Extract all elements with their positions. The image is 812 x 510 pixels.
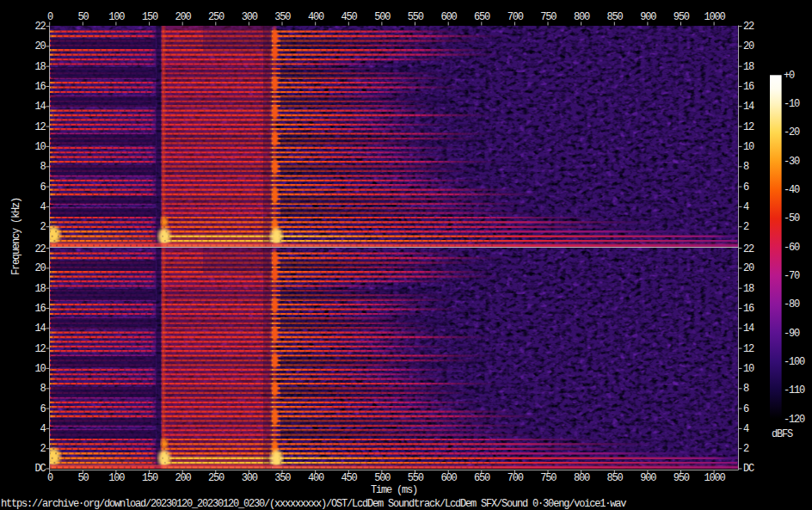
svg-text:-60: -60 [784, 242, 800, 254]
svg-text:22: 22 [34, 243, 46, 255]
svg-text:450: 450 [341, 11, 358, 23]
svg-text:10: 10 [34, 363, 46, 375]
svg-text:400: 400 [308, 11, 324, 23]
svg-text:850: 850 [607, 11, 624, 23]
svg-text:10: 10 [743, 363, 754, 375]
svg-text:16: 16 [743, 303, 754, 315]
svg-text:1000: 1000 [704, 11, 725, 23]
svg-text:2: 2 [40, 443, 46, 455]
svg-text:-90: -90 [784, 328, 800, 340]
svg-text:+0: +0 [784, 70, 795, 82]
svg-text:800: 800 [574, 472, 590, 484]
svg-text:-70: -70 [784, 270, 800, 282]
svg-text:500: 500 [374, 11, 391, 23]
svg-text:750: 750 [540, 472, 557, 484]
svg-text:20: 20 [34, 262, 46, 274]
svg-text:18: 18 [34, 61, 46, 73]
svg-text:6: 6 [743, 181, 749, 194]
svg-text:Frequency (kHz): Frequency (kHz) [10, 198, 22, 275]
svg-text:2: 2 [40, 221, 46, 233]
svg-text:0: 0 [47, 472, 53, 484]
svg-text:6: 6 [40, 403, 46, 415]
svg-text:700: 700 [508, 472, 524, 484]
svg-text:14: 14 [743, 101, 754, 113]
svg-text:200: 200 [175, 11, 191, 23]
svg-text:DC: DC [743, 463, 754, 475]
svg-text:8: 8 [743, 383, 749, 395]
svg-text:16: 16 [743, 81, 754, 93]
svg-text:8: 8 [40, 161, 46, 173]
svg-text:4: 4 [40, 201, 46, 213]
svg-text:14: 14 [34, 323, 46, 335]
svg-text:800: 800 [574, 11, 590, 23]
svg-text:750: 750 [540, 11, 557, 23]
svg-text:850: 850 [607, 472, 624, 484]
svg-text:18: 18 [743, 283, 754, 295]
svg-text:12: 12 [743, 121, 754, 133]
svg-text:400: 400 [308, 472, 324, 484]
svg-text:12: 12 [34, 121, 46, 133]
svg-text:4: 4 [40, 423, 46, 435]
svg-text:10: 10 [34, 141, 46, 153]
svg-text:6: 6 [40, 181, 46, 194]
svg-text:300: 300 [242, 11, 258, 23]
svg-text:20: 20 [743, 40, 754, 52]
svg-text:12: 12 [34, 343, 46, 355]
svg-text:18: 18 [34, 283, 46, 295]
svg-text:700: 700 [508, 11, 524, 23]
svg-text:Time (ms): Time (ms) [371, 484, 417, 496]
svg-text:200: 200 [175, 472, 191, 484]
svg-text:22: 22 [743, 21, 754, 33]
svg-text:-30: -30 [784, 156, 800, 168]
svg-text:150: 150 [142, 11, 158, 23]
svg-text:550: 550 [408, 472, 424, 484]
svg-text:2: 2 [743, 221, 749, 233]
svg-text:12: 12 [743, 343, 754, 355]
svg-text:-10: -10 [784, 98, 800, 110]
svg-text:650: 650 [474, 472, 490, 484]
svg-text:22: 22 [34, 21, 46, 33]
svg-text:100: 100 [108, 11, 125, 23]
svg-text:8: 8 [743, 161, 749, 173]
svg-text:2: 2 [743, 443, 749, 455]
svg-text:150: 150 [142, 472, 158, 484]
svg-text:0: 0 [47, 11, 53, 23]
svg-text:350: 350 [274, 11, 291, 23]
svg-text:500: 500 [374, 472, 391, 484]
svg-text:250: 250 [208, 472, 225, 484]
svg-text:10: 10 [743, 141, 754, 153]
svg-text:20: 20 [34, 40, 46, 52]
svg-text:50: 50 [78, 11, 89, 23]
svg-text:4: 4 [743, 423, 749, 435]
svg-text:22: 22 [743, 243, 754, 255]
svg-text:20: 20 [743, 262, 754, 274]
svg-text:6: 6 [743, 403, 749, 415]
svg-text:-100: -100 [784, 356, 805, 368]
svg-text:900: 900 [640, 11, 656, 23]
svg-text:600: 600 [440, 472, 457, 484]
svg-text:14: 14 [34, 101, 46, 113]
svg-text:50: 50 [78, 472, 89, 484]
svg-text:14: 14 [743, 323, 754, 335]
svg-text:1000: 1000 [704, 472, 725, 484]
svg-text:650: 650 [474, 11, 490, 23]
svg-text:450: 450 [341, 472, 358, 484]
svg-text:-120: -120 [784, 414, 805, 426]
svg-text:-40: -40 [784, 184, 800, 196]
svg-text:900: 900 [640, 472, 656, 484]
svg-text:300: 300 [242, 472, 258, 484]
svg-text:950: 950 [674, 472, 690, 484]
svg-text:16: 16 [34, 81, 46, 93]
svg-text:18: 18 [743, 61, 754, 73]
svg-text:-20: -20 [784, 126, 800, 138]
svg-text:250: 250 [208, 11, 225, 23]
svg-text:100: 100 [108, 472, 125, 484]
svg-text:950: 950 [674, 11, 690, 23]
svg-text:350: 350 [274, 472, 291, 484]
svg-text:8: 8 [40, 383, 46, 395]
svg-text:4: 4 [743, 201, 749, 213]
svg-text:600: 600 [440, 11, 457, 23]
svg-text:dBFS: dBFS [772, 428, 793, 440]
svg-text:-80: -80 [784, 298, 800, 310]
svg-text:https://archive·org/download/2: https://archive·org/download/20230120_20… [1, 498, 626, 510]
